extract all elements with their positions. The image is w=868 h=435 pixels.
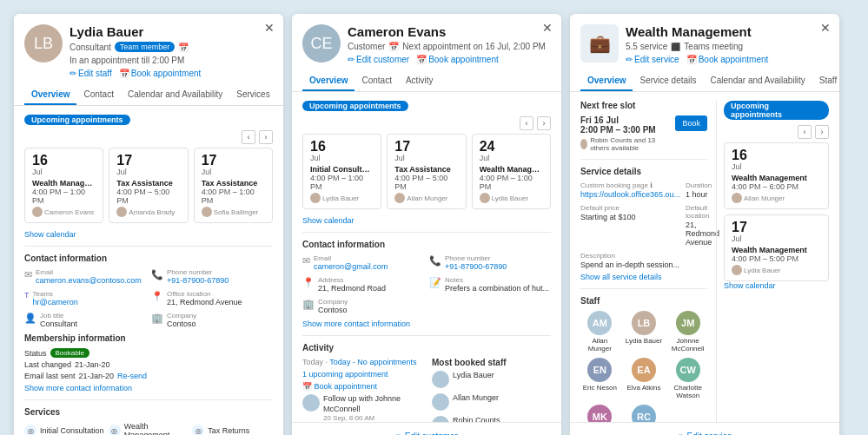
resend-link-p1[interactable]: Re-send <box>117 372 147 380</box>
upcoming-section-title-p2: Upcoming appointments <box>302 101 551 111</box>
company-icon-p2: 🏢 <box>302 299 315 310</box>
appt-card-p1-2: 17 Jul Tax Assistance 4:00 PM – 1:00 PM … <box>194 148 273 223</box>
address-value-p2: 21, Redmond Road <box>318 284 386 293</box>
appt-title-p1-1: Tax Assistance <box>116 179 180 188</box>
show-calendar-p3[interactable]: Show calendar <box>724 281 829 290</box>
book-appointment-button-p3[interactable]: 📅 Book appointment <box>686 55 769 64</box>
service-name-1: Wealth Management <box>124 422 189 435</box>
person-name: Lydia Bauer <box>70 24 273 40</box>
tab-overview-p2[interactable]: Overview <box>302 71 354 91</box>
location-label-p3: Default location <box>686 204 719 220</box>
next-slot-section-p3: Fri 16 Jul 2:00 PM – 3:00 PM Robin Count… <box>580 115 707 152</box>
edit-customer-bottom-p2[interactable]: ✏ Edit customer <box>292 422 561 435</box>
show-calendar-p2[interactable]: Show calendar <box>302 216 551 225</box>
email-value-p1[interactable]: cameron.evans@contoso.com <box>36 276 142 285</box>
panel1-content: Upcoming appointments ‹ › 16 Jul Wealth … <box>14 106 283 435</box>
contact-notes-p2: 📝 Notes Prefers a combination of hut... <box>429 276 551 293</box>
tab-contact-p1[interactable]: Contact <box>76 85 120 105</box>
appt-day-p1-0: 16 <box>32 154 96 168</box>
activity-avatar-0 <box>302 394 320 412</box>
tab-staff-p3[interactable]: Staff <box>812 71 839 91</box>
most-booked-1: Allan Munger <box>432 393 551 411</box>
duration-label: Duration <box>686 181 719 189</box>
tab-services-p1[interactable]: Services <box>229 85 276 105</box>
close-panel1-button[interactable]: ✕ <box>262 21 276 35</box>
activity-book-link[interactable]: 📅 Book appointment <box>302 382 421 391</box>
appt-card-p1-1: 17 Jul Tax Assistance 4:00 PM – 5:00 PM … <box>109 148 188 223</box>
close-panel3-button[interactable]: ✕ <box>818 21 832 35</box>
tab-service-details-p3[interactable]: Service details <box>633 71 703 91</box>
staff-mini-avatar-1 <box>432 393 449 411</box>
show-more-contact-p2[interactable]: Show more contact information <box>302 320 551 328</box>
phone-value-p1[interactable]: +91-87900-67890 <box>167 276 229 285</box>
tab-calendar-p1[interactable]: Calendar and Availability <box>121 85 229 105</box>
services-grid-p1: ◎ Initial Consultation ◎ Wealth Manageme… <box>24 422 273 435</box>
teams-value-p1[interactable]: hr@cameron <box>33 298 78 306</box>
appt-next-p3[interactable]: › <box>815 125 829 139</box>
membership-status-row: Status Bookable <box>24 348 273 358</box>
contact-teams-p1: T Teams hr@cameron <box>24 290 146 306</box>
appt-next-p2[interactable]: › <box>537 116 551 130</box>
close-panel2-button[interactable]: ✕ <box>540 21 554 35</box>
edit-service-bottom-p3[interactable]: ✏ Edit service <box>570 422 839 435</box>
book-slot-button-p3[interactable]: Book <box>675 115 707 131</box>
book-icon-p2: 📅 <box>302 382 312 391</box>
service-item-0: ◎ Initial Consultation <box>24 422 105 435</box>
meeting-type-p3: Teams meeting <box>684 42 743 51</box>
show-calendar-p1[interactable]: Show calendar <box>24 230 273 239</box>
book-appointment-button-p1[interactable]: 📅 Book appointment <box>119 69 202 78</box>
sd-default-price: Default price Starting at $100 <box>580 204 680 247</box>
tab-overview-p3[interactable]: Overview <box>580 71 633 91</box>
contact-section-title-p2: Contact information <box>302 240 551 249</box>
header-actions-lydia: ✏ Edit staff 📅 Book appointment <box>70 69 273 78</box>
tab-contact-p2[interactable]: Contact <box>354 71 398 91</box>
header-sub-p3: 5.5 service ⬛ Teams meeting <box>626 42 829 51</box>
contact-phone-p1: 📞 Phone number +91-87900-67890 <box>151 268 273 285</box>
description-value-p3: Spend an in-depth session... <box>580 260 680 269</box>
appt-prev-p3[interactable]: ‹ <box>798 125 812 139</box>
appt-card-p2-1: 17 Jul Tax Assistance 4:00 PM – 5:00 PM … <box>387 134 466 209</box>
activity-today-p2: Today · Today - No appointments <box>302 358 421 366</box>
activity-sub-p2: Today · Today - No appointments 1 upcomi… <box>302 358 551 422</box>
p3-left-col: Next free slot Fri 16 Jul 2:00 PM – 3:00… <box>580 101 707 422</box>
appointment-status: In an appointment till 2:00 PM <box>70 56 184 65</box>
show-all-service-p3[interactable]: Show all service details <box>580 273 707 281</box>
panel-lydia-bauer: ✕ LB Lydia Bauer Consultant Team member … <box>14 14 283 435</box>
panel1-header: LB Lydia Bauer Consultant Team member 📅 … <box>14 14 283 85</box>
appt-prev-p2[interactable]: ‹ <box>520 116 533 130</box>
book-appointment-button-p2[interactable]: 📅 Book appointment <box>416 55 499 64</box>
service-item-2: ◎ Tax Returns <box>192 422 273 435</box>
edit-service-button[interactable]: ✏ Edit service <box>626 55 679 64</box>
show-more-contact-p1[interactable]: Show more contact information <box>24 384 273 392</box>
edit-staff-button[interactable]: ✏ Edit staff <box>70 69 112 78</box>
appt-prev-p1[interactable]: ‹ <box>242 130 255 144</box>
phone-icon-p2: 📞 <box>429 255 441 267</box>
contact-job-p1: 👤 Job title Consultant <box>24 312 146 328</box>
team-member-badge: Team member <box>115 42 176 52</box>
activity-upcoming-link[interactable]: 1 upcoming appointment <box>302 370 421 379</box>
mini-avatar-p1-1 <box>116 207 127 217</box>
tab-calendar-p3[interactable]: Calendar and Availability <box>704 71 812 91</box>
next-slot-time-p3: 2:00 PM – 3:00 PM <box>580 125 668 135</box>
service-icon-0: ◎ <box>24 425 36 435</box>
email-icon-p1: ✉ <box>24 269 32 280</box>
upcoming-badge-p1: Upcoming appointments <box>24 115 130 125</box>
phone-value-p2[interactable]: +91-87900-67890 <box>445 262 507 271</box>
booking-page-value[interactable]: https://outlook.office365.ou... <box>580 190 680 199</box>
tab-overview-p1[interactable]: Overview <box>24 85 76 105</box>
appt-nav-p2: ‹ › <box>302 116 551 130</box>
phone-icon-p1: 📞 <box>151 269 163 280</box>
office-value-p1: 21, Redmond Avenue <box>167 298 242 306</box>
phone-label-p1: Phone number <box>167 268 229 276</box>
staff-item-5: CW Charlotte Watson <box>668 358 707 399</box>
email-value-p2[interactable]: cameron@gmail.com <box>314 262 388 271</box>
edit-customer-button[interactable]: ✏ Edit customer <box>348 55 409 64</box>
teams-icon-p1: T <box>24 291 30 300</box>
appt-next-p1[interactable]: › <box>259 130 273 144</box>
sd-description: Description Spend an in-depth session... <box>580 252 680 269</box>
staff-item-7: RC Robin Counts <box>625 405 664 422</box>
service-count-p3: 5.5 service <box>626 42 667 51</box>
notes-icon-p2: 📝 <box>429 277 441 288</box>
tab-activity-p2[interactable]: Activity <box>399 71 441 91</box>
contact-company-p2: 🏢 Company Contoso <box>302 298 424 314</box>
